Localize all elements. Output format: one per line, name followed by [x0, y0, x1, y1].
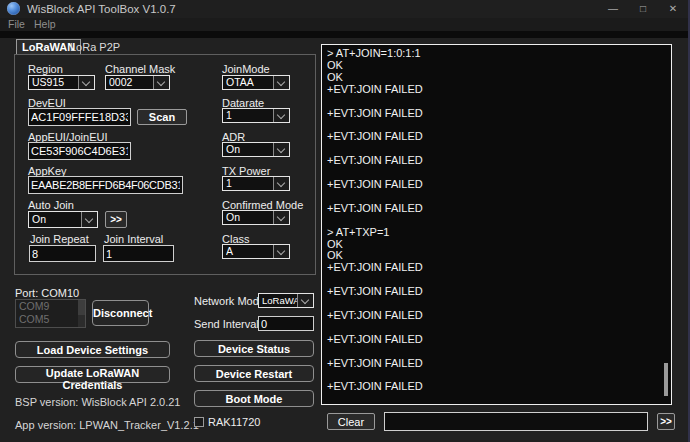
chevron-down-icon: [78, 76, 94, 89]
window-title: WisBlock API ToolBox V1.0.7: [27, 0, 176, 18]
port-list[interactable]: COM9 COM5: [15, 299, 86, 328]
chevron-down-icon: [273, 245, 289, 258]
auto-join-label: Auto Join: [28, 199, 74, 211]
menubar: File Help: [0, 18, 690, 31]
menu-divider: [0, 31, 690, 38]
port-list-item[interactable]: COM5: [16, 313, 85, 326]
chevron-down-icon: [273, 211, 289, 224]
channel-mask-label: Channel Mask: [105, 63, 175, 75]
titlebar: WisBlock API ToolBox V1.0.7 — □ ✕: [0, 0, 690, 18]
adr-select[interactable]: On: [222, 142, 290, 157]
port-list-item[interactable]: COM9: [16, 300, 85, 313]
join-mode-select[interactable]: OTAA: [222, 75, 290, 90]
menu-help[interactable]: Help: [34, 18, 56, 31]
chevron-down-icon: [273, 177, 289, 190]
device-restart-button[interactable]: Device Restart: [194, 365, 314, 382]
chevron-down-icon: [273, 143, 289, 156]
device-status-button[interactable]: Device Status: [194, 340, 314, 357]
window-controls: — □ ✕: [598, 0, 688, 18]
join-interval-input[interactable]: [103, 245, 174, 262]
join-repeat-label: Join Repeat: [30, 233, 89, 245]
chevron-down-icon: [81, 212, 97, 227]
join-interval-label: Join Interval: [104, 233, 163, 245]
app-version-label: App version: LPWAN_Tracker_V1.2.1: [15, 419, 199, 431]
join-repeat-input[interactable]: [29, 245, 96, 262]
menu-file[interactable]: File: [8, 18, 25, 31]
send-interval-label: Send Interval: [194, 318, 259, 330]
load-device-settings-button[interactable]: Load Device Settings: [15, 341, 170, 358]
app-eui-input[interactable]: [28, 142, 131, 160]
command-input[interactable]: [384, 412, 648, 431]
channel-mask-select[interactable]: 0002: [105, 75, 170, 90]
rak11720-checkbox[interactable]: [194, 417, 204, 427]
close-button[interactable]: ✕: [658, 0, 688, 18]
class-select[interactable]: A: [222, 244, 290, 259]
chevron-down-icon: [297, 294, 313, 307]
boot-mode-button[interactable]: Boot Mode: [194, 390, 314, 407]
network-mode-label: Network Mode: [194, 295, 265, 307]
tab-lora-p2p[interactable]: LoRa P2P: [65, 40, 125, 55]
clear-button[interactable]: Clear: [327, 413, 375, 430]
app-window: WisBlock API ToolBox V1.0.7 — □ ✕ File H…: [0, 0, 690, 442]
port-label: Port: COM10: [15, 287, 79, 299]
port-list-scrollbar[interactable]: [78, 300, 85, 327]
chevron-down-icon: [273, 109, 289, 122]
terminal-scrollbar[interactable]: [664, 363, 668, 396]
region-label: Region: [28, 63, 63, 75]
app-key-input[interactable]: [28, 176, 183, 194]
tx-power-select[interactable]: 1: [222, 176, 290, 191]
maximize-button[interactable]: □: [628, 0, 658, 18]
chevron-down-icon: [153, 76, 169, 89]
bsp-version-label: BSP version: WisBlock API 2.0.21: [15, 396, 180, 408]
minimize-button[interactable]: —: [598, 0, 628, 18]
auto-join-select[interactable]: On: [28, 211, 98, 228]
region-select[interactable]: US915: [28, 75, 95, 90]
network-mode-select[interactable]: LoRaWAN: [258, 293, 314, 308]
join-mode-label: JoinMode: [222, 63, 270, 75]
terminal-output[interactable]: > AT+JOIN=1:0:1:1 OK OK +EVT:JOIN FAILED…: [321, 44, 672, 405]
datarate-select[interactable]: 1: [222, 108, 290, 123]
app-logo-icon: [7, 2, 20, 15]
disconnect-button[interactable]: Disconnect: [92, 300, 149, 326]
rak11720-checkbox-label: RAK11720: [208, 416, 260, 428]
scan-button[interactable]: Scan: [137, 109, 187, 125]
update-lorawan-credentials-button[interactable]: Update LoRaWAN Credentials: [15, 366, 170, 383]
chevron-down-icon: [273, 76, 289, 89]
send-command-button[interactable]: >>: [657, 413, 675, 430]
send-interval-input[interactable]: [258, 316, 314, 331]
confirmed-mode-select[interactable]: On: [222, 210, 290, 225]
auto-join-apply-button[interactable]: >>: [105, 211, 127, 228]
dev-eui-input[interactable]: [28, 108, 131, 126]
terminal-text: > AT+JOIN=1:0:1:1 OK OK +EVT:JOIN FAILED…: [322, 45, 671, 396]
